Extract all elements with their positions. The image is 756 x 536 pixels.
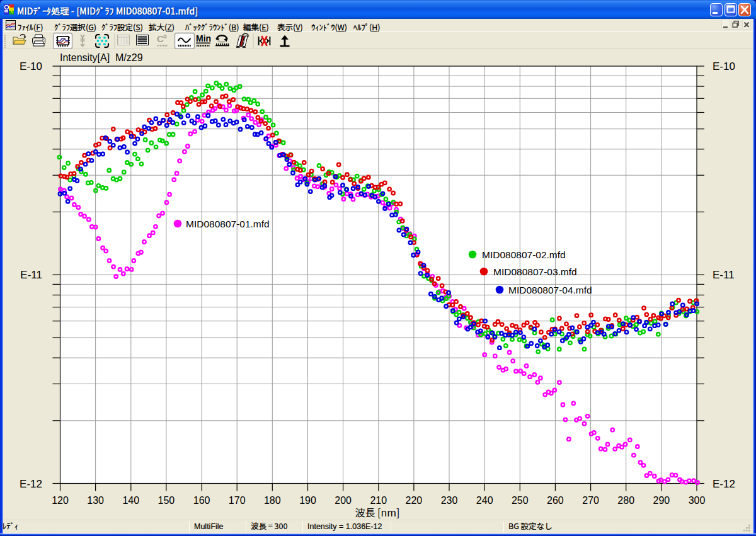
svg-text:Min: Min bbox=[196, 33, 211, 43]
svg-text:C: C bbox=[157, 33, 164, 44]
